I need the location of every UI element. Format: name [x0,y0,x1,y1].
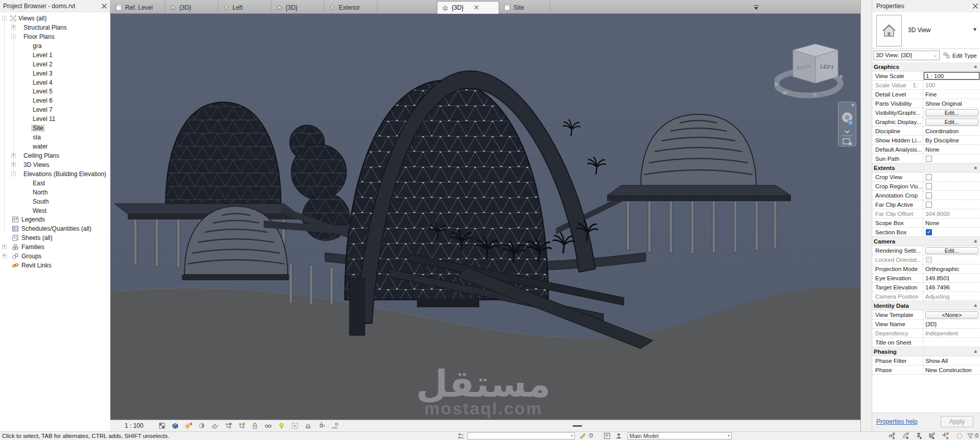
tree-item-elevations-building-elevation-[interactable]: -Elevations (Building Elevation) [0,169,110,179]
property-value[interactable]: Coordination [923,127,980,136]
collapse-section-icon[interactable]: « [973,65,979,68]
property-value[interactable]: Show Original [923,99,980,108]
workset-combo[interactable]: ▾ [468,432,575,439]
section-header-extents[interactable]: Extents« [872,163,980,173]
checkbox-checked[interactable]: ✓ [926,229,932,235]
property-value[interactable]: Independent [923,329,980,338]
tree-item-gra[interactable]: gra [0,41,110,51]
tree-item-views-all-[interactable]: -Views (all) [0,14,110,23]
expand-icon[interactable]: + [2,245,7,249]
worksets-icon[interactable] [457,432,465,440]
view-tab-3d[interactable]: {3D} [271,1,324,14]
checkbox-unchecked[interactable] [926,183,932,189]
collapse-section-icon[interactable]: « [973,350,979,353]
design-option-combo[interactable]: Main Model▾ [627,432,732,439]
tree-item-level-11[interactable]: Level 11 [0,114,110,124]
section-header-graphics[interactable]: Graphics« [872,62,980,71]
value-input-selected[interactable]: 1 : 100 [924,72,979,80]
tree-item-revit-links[interactable]: Revit Links [0,261,110,270]
expand-icon[interactable]: + [11,153,16,158]
navbar-close-icon[interactable]: ✕ [851,103,855,108]
tree-item-level-4[interactable]: Level 4 [0,78,110,87]
property-value[interactable]: Adjusting [923,292,980,301]
tree-item-level-3[interactable]: Level 3 [0,69,110,78]
property-value[interactable] [923,255,980,264]
rendering-dialog-button[interactable] [208,421,222,430]
property-value[interactable]: Fine [923,90,980,99]
tree-item-level-5[interactable]: Level 5 [0,87,110,96]
checkbox-unchecked[interactable] [926,174,932,180]
apply-button[interactable]: Apply [941,416,973,427]
tree-item-3d-views[interactable]: +3D Views [0,160,110,169]
viewcube[interactable]: LEFT BACK NESW [775,34,856,101]
sun-path-button[interactable] [182,421,195,430]
collapse-icon[interactable]: - [2,16,7,20]
property-value[interactable]: Edit... [923,117,980,127]
tree-item-level-6[interactable]: Level 6 [0,96,110,105]
checkbox-unchecked[interactable] [926,192,932,199]
property-value[interactable]: By Discipline [923,136,980,145]
properties-help-link[interactable]: Properties help [876,418,918,425]
value-button[interactable]: <None> [925,311,978,319]
property-value[interactable]: New Construction [923,365,980,375]
tree-item-floor-plans[interactable]: -Floor Plans [0,32,110,41]
compass-e[interactable]: E [840,74,843,79]
unlocked-3d-view-button[interactable] [248,421,262,430]
select-by-face-button[interactable] [928,432,937,440]
tree-item-water[interactable]: water [0,142,110,151]
close-icon[interactable] [971,2,979,10]
tree-item-level-2[interactable]: Level 2 [0,60,110,69]
view-tab-left[interactable]: Left [218,1,271,14]
property-value[interactable]: ✓ [923,228,980,237]
design-options-icon[interactable] [603,432,612,440]
reveal-hidden-elements-button[interactable] [275,421,288,430]
tree-item-families[interactable]: +Families [0,242,110,252]
tree-item-west[interactable]: West [0,206,110,215]
property-value[interactable] [923,200,980,209]
property-value[interactable]: 1 : 100 [923,71,980,81]
value-button[interactable]: Edit... [925,247,978,254]
compass-w[interactable]: W [783,90,787,95]
drawing-area[interactable]: LEFT BACK NESW ✕ مستقل mostaql.com [110,14,860,420]
shadows-button[interactable] [195,421,208,430]
view-tab-reflevel[interactable]: Ref. Level [111,1,165,14]
property-value[interactable] [923,182,980,191]
steering-wheel-icon[interactable] [841,109,855,145]
visual-style-button[interactable] [169,421,182,430]
tree-item-level-1[interactable]: Level 1 [0,51,110,60]
expand-icon[interactable]: + [11,25,16,30]
tree-item-sta[interactable]: sta [0,133,110,142]
tree-item-south[interactable]: South [0,197,110,206]
collapse-icon[interactable]: - [11,172,16,176]
highlight-displacement-button[interactable] [315,421,328,430]
chevron-down-icon[interactable]: ▼ [972,27,977,32]
tab-overflow-icon[interactable] [752,4,760,11]
view-tab-3d[interactable]: {3D} [165,1,218,14]
checkbox-unchecked[interactable] [926,257,932,263]
scale-button[interactable]: 1 : 100 [125,422,155,429]
property-value[interactable]: Show All [923,356,980,365]
property-value[interactable] [923,154,980,163]
close-icon[interactable] [100,2,108,10]
reveal-constraints-button[interactable] [328,421,341,430]
collapse-section-icon[interactable]: « [973,239,979,242]
value-button[interactable]: Edit... [925,118,978,126]
temporary-view-properties-button[interactable] [288,421,301,430]
tree-item-groups[interactable]: +Groups [0,252,110,261]
value-button[interactable]: Edit... [925,109,978,116]
tab-close-icon[interactable] [473,4,480,11]
property-value[interactable]: 304.8000 [923,209,980,218]
property-value[interactable]: <None> [923,310,980,320]
scrollbar-dash[interactable] [573,425,582,427]
crop-view-button[interactable] [222,421,235,430]
property-value[interactable]: Edit... [923,108,980,117]
tree-item-site[interactable]: Site [0,124,110,133]
show-analytical-model-button[interactable] [301,421,315,430]
checkbox-unchecked[interactable] [926,202,932,208]
property-value[interactable]: None [923,145,980,154]
compass-n[interactable]: N [775,82,778,87]
drag-on-selection-button[interactable] [942,432,950,440]
property-value[interactable] [923,173,980,182]
type-selector[interactable]: 3D View ▼ [872,12,980,49]
edit-type-button[interactable]: Edit Type [943,51,977,60]
